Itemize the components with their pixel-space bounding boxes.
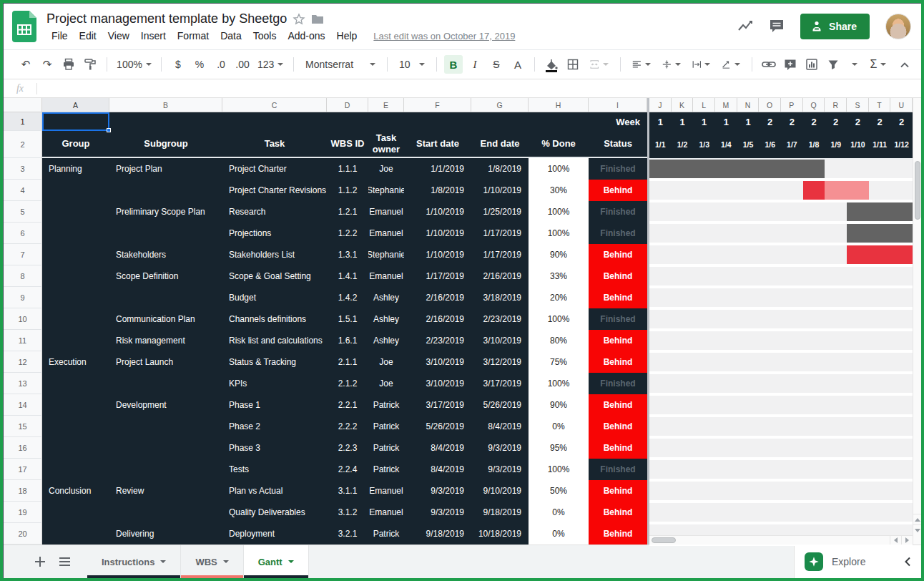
cell-end-date[interactable]: 9/3/2019 — [471, 437, 529, 459]
cell-wbs-id[interactable]: 1.3.1 — [327, 244, 368, 265]
cell-group[interactable]: Planning — [42, 158, 109, 180]
row-header-6[interactable]: 6 — [4, 223, 42, 244]
cell-subgroup[interactable] — [109, 416, 222, 437]
cell-group[interactable]: Conclusion — [42, 480, 109, 502]
column-header-g[interactable]: G — [471, 98, 529, 112]
cell-task[interactable]: Status & Tracking — [222, 351, 327, 373]
cell-percent-done[interactable]: 100% — [529, 459, 589, 480]
text-rotation-button[interactable] — [717, 55, 744, 74]
fill-color-button[interactable] — [542, 55, 561, 74]
cell-task[interactable]: Projections — [222, 223, 327, 244]
cell-end-date[interactable]: 3/17/2019 — [471, 373, 529, 394]
cell-task[interactable]: Phase 3 — [222, 437, 327, 459]
cell-group[interactable] — [42, 244, 109, 265]
cell-wbs-id[interactable]: 2.2.4 — [327, 459, 368, 480]
share-button[interactable]: Share — [800, 14, 870, 39]
column-header-u[interactable]: U — [890, 98, 913, 112]
cell-start-date[interactable]: 8/4/2019 — [404, 459, 471, 480]
cell-end-date[interactable]: 1/10/2019 — [471, 180, 529, 201]
column-header-o[interactable]: O — [759, 98, 781, 112]
cell-start-date[interactable]: 3/10/2019 — [404, 351, 471, 373]
cell-task[interactable]: Phase 2 — [222, 416, 327, 437]
bold-button[interactable]: B — [444, 55, 463, 74]
row-header-8[interactable]: 8 — [4, 265, 42, 287]
cell-wbs-id[interactable]: 2.2.3 — [327, 437, 368, 459]
cell-start-date[interactable]: 2/16/2019 — [404, 308, 471, 330]
tab-menu-caret-icon[interactable] — [288, 560, 294, 563]
text-color-button[interactable]: A — [508, 55, 527, 74]
cell-start-date[interactable]: 3/10/2019 — [404, 373, 471, 394]
cell-subgroup[interactable]: Risk management — [109, 330, 222, 351]
cell-group[interactable] — [42, 308, 109, 330]
merge-cells-button[interactable] — [585, 55, 613, 74]
format-currency-button[interactable]: $ — [169, 55, 187, 74]
cell-percent-done[interactable]: 30% — [529, 180, 589, 201]
cell-task[interactable]: Risk list and calculations — [222, 330, 327, 351]
cell-percent-done[interactable]: 50% — [529, 480, 589, 502]
cell-wbs-id[interactable]: 1.6.1 — [327, 330, 368, 351]
collapse-panel-chevron-icon[interactable] — [904, 557, 911, 567]
status-badge[interactable]: Finished — [589, 223, 647, 244]
decrease-decimals-button[interactable]: .0 — [212, 55, 230, 74]
row-header-13[interactable]: 13 — [4, 373, 42, 394]
row-header-5[interactable]: 5 — [4, 201, 42, 223]
spreadsheet-stats-icon[interactable] — [737, 20, 753, 33]
cell-start-date[interactable]: 2/16/2019 — [404, 287, 471, 308]
column-header-d[interactable]: D — [327, 98, 368, 112]
cell-end-date[interactable]: 9/3/2019 — [471, 459, 529, 480]
cell-task-owner[interactable]: Ashley — [368, 287, 404, 308]
menu-edit[interactable]: Edit — [74, 29, 102, 43]
cell-group[interactable] — [42, 502, 109, 523]
cell-percent-done[interactable]: 100% — [529, 201, 589, 223]
column-header-l[interactable]: L — [693, 98, 715, 112]
cell-subgroup[interactable]: Stakeholders — [109, 244, 222, 265]
cell-percent-done[interactable]: 100% — [529, 158, 589, 180]
v-scroll-thumb[interactable] — [915, 161, 920, 220]
last-edit-link[interactable]: Last edit was on October 17, 2019 — [373, 31, 515, 42]
row-header-15[interactable]: 15 — [4, 416, 42, 437]
row-header-7[interactable]: 7 — [4, 244, 42, 265]
cell-task-owner[interactable]: Emanuel — [368, 265, 404, 287]
cell-subgroup[interactable]: Communication Plan — [109, 308, 222, 330]
cell-end-date[interactable]: 10/18/2019 — [471, 523, 529, 545]
cell-start-date[interactable]: 1/8/2019 — [404, 180, 471, 201]
column-header-k[interactable]: K — [672, 98, 694, 112]
h-scroll-thumb[interactable] — [652, 537, 676, 543]
cell-task-owner[interactable]: Patrick — [368, 523, 404, 545]
scroll-right-arrow[interactable] — [901, 536, 913, 545]
document-title[interactable]: Project management template by Sheetgo — [46, 11, 287, 26]
cell-wbs-id[interactable]: 3.1.2 — [327, 502, 368, 523]
explore-label[interactable]: Explore — [832, 556, 895, 567]
insert-comment-icon[interactable] — [781, 55, 800, 74]
vertical-scrollbar[interactable] — [913, 98, 922, 545]
row-header-19[interactable]: 19 — [4, 502, 42, 523]
scroll-up-arrow[interactable] — [913, 514, 922, 524]
font-select[interactable]: Montserrat — [301, 55, 380, 74]
cell-wbs-id[interactable]: 1.1.1 — [327, 158, 368, 180]
cell-subgroup[interactable]: Review — [109, 480, 222, 502]
column-header-r[interactable]: R — [825, 98, 847, 112]
cell-wbs-id[interactable]: 3.2.1 — [327, 523, 368, 545]
comment-history-icon[interactable] — [769, 19, 785, 34]
borders-button[interactable] — [564, 55, 582, 74]
status-badge[interactable]: Behind — [589, 287, 647, 308]
row-header-12[interactable]: 12 — [4, 351, 42, 373]
tab-gantt[interactable]: Gantt — [244, 545, 309, 578]
cell-start-date[interactable]: 1/10/2019 — [404, 244, 471, 265]
cell-start-date[interactable]: 8/4/2019 — [404, 437, 471, 459]
cell-subgroup[interactable]: Delivering — [109, 523, 222, 545]
cell-task-owner[interactable]: Joe — [368, 351, 404, 373]
increase-decimals-button[interactable]: .00 — [233, 55, 252, 74]
cell-group[interactable] — [42, 223, 109, 244]
scroll-left-arrow[interactable] — [890, 536, 901, 545]
row-header-10[interactable]: 10 — [4, 308, 42, 330]
horizontal-scrollbar[interactable] — [649, 535, 913, 545]
tab-instructions[interactable]: Instructions — [87, 545, 181, 578]
status-badge[interactable]: Finished — [589, 459, 647, 480]
cell-end-date[interactable]: 1/17/2019 — [471, 223, 529, 244]
column-header-f[interactable]: F — [404, 98, 471, 112]
format-percent-button[interactable]: % — [190, 55, 209, 74]
cell-group[interactable] — [42, 459, 109, 480]
cell-subgroup[interactable]: Preliminary Scope Plan — [109, 201, 222, 223]
redo-icon[interactable]: ↷ — [38, 55, 56, 74]
